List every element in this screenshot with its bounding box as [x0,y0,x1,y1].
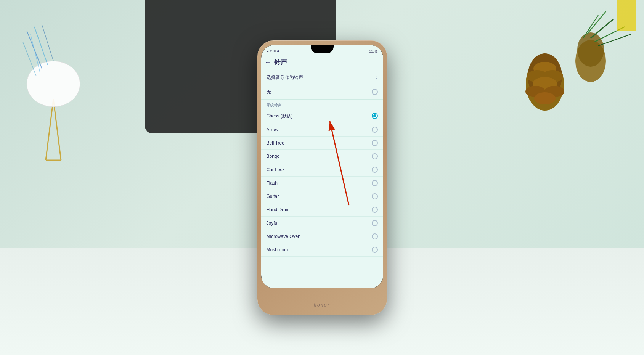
select-music-label: 选择音乐作为铃声 [267,74,303,81]
screen-content: ▲▼ ≋ 11:42 ← 铃声 选择音乐作为铃声 › 无 [261,45,383,288]
ringtone-item-guitar[interactable]: Guitar [261,190,383,203]
ringtone-name-bongo: Bongo [267,154,280,159]
ringtone-name-arrow: Arrow [267,127,278,132]
arrow-radio[interactable] [372,127,378,133]
phone-device: ▲▼ ≋ 11:42 ← 铃声 选择音乐作为铃声 › 无 [257,40,387,315]
ringtone-item-car-lock[interactable]: Car Lock [261,163,383,177]
ringtone-item-bongo[interactable]: Bongo [261,150,383,163]
ringtone-item-mushroom[interactable]: Mushroom [261,243,383,257]
ringtone-item-joyful[interactable]: Joyful [261,217,383,230]
ringtone-name-flash: Flash [267,180,278,186]
status-time: 11:42 [369,50,378,53]
ringtone-item-bell-tree[interactable]: Bell Tree [261,137,383,150]
ringtone-name-guitar: Guitar [267,194,279,199]
page-header: ← 铃声 [261,56,383,71]
back-button[interactable]: ← [265,59,271,66]
ringtone-item-hand-drum[interactable]: Hand Drum [261,203,383,217]
none-label: 无 [267,89,271,95]
bell-tree-radio[interactable] [372,140,378,146]
ringtone-name-chess: Chess (默认) [267,113,293,119]
ringtone-name-bell-tree: Bell Tree [267,140,284,146]
guitar-radio[interactable] [372,193,378,199]
ringtone-item-chess[interactable]: Chess (默认) [261,109,383,123]
ringtone-name-microwave: Microwave Oven [267,234,300,239]
ringtone-item-arrow[interactable]: Arrow [261,123,383,137]
hand-drum-radio[interactable] [372,207,378,213]
wifi-icon: ≋ [273,50,276,53]
phone-screen: ▲▼ ≋ 11:42 ← 铃声 选择音乐作为铃声 › 无 [261,45,383,288]
chevron-right-icon: › [376,75,378,80]
mushroom-radio[interactable] [372,247,378,253]
chess-radio[interactable] [372,113,378,119]
page-title: 铃声 [274,58,287,67]
ringtone-item-flash[interactable]: Flash [261,177,383,190]
ringtone-item-microwave[interactable]: Microwave Oven [261,230,383,243]
ringtone-name-mushroom: Mushroom [267,247,288,252]
none-radio[interactable] [372,89,378,95]
car-lock-radio[interactable] [372,167,378,173]
microwave-radio[interactable] [372,233,378,239]
joyful-radio[interactable] [372,220,378,226]
flash-radio[interactable] [372,180,378,186]
bongo-radio[interactable] [372,153,378,159]
system-ringtone-section: 系统铃声 [261,100,383,109]
status-left: ▲▼ ≋ [267,50,279,53]
dot-indicator [277,50,279,52]
ringtone-name-hand-drum: Hand Drum [267,207,290,212]
ringtone-name-joyful: Joyful [267,220,278,226]
none-option[interactable]: 无 [261,85,383,100]
select-music-option[interactable]: 选择音乐作为铃声 › [261,71,383,85]
phone-notch [311,45,334,53]
ringtone-name-car-lock: Car Lock [267,167,285,172]
phone-brand-label: honor [314,302,330,308]
ringtone-list: Chess (默认) Arrow Bell Tree Bongo [261,109,383,288]
signal-icon: ▲▼ [267,50,273,53]
